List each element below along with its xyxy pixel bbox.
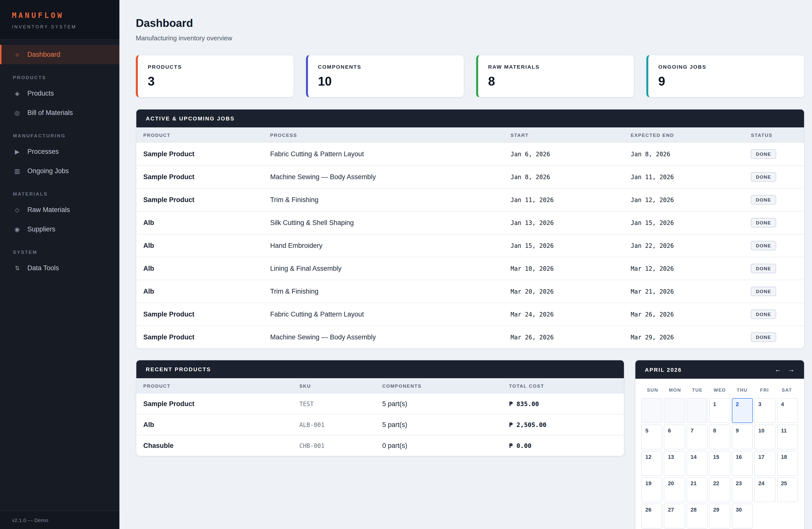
jobs-table-row[interactable]: Alb Trim & Finishing Mar 20, 2026 Mar 21…	[136, 280, 804, 303]
job-expected-end-date: Mar 21, 2026	[624, 280, 744, 303]
status-badge: DONE	[751, 310, 776, 319]
calendar-next-icon[interactable]: →	[788, 366, 795, 373]
calendar-prev-icon[interactable]: ←	[775, 366, 781, 373]
jobs-table-row[interactable]: Sample Product Machine Sewing — Body Ass…	[136, 326, 804, 348]
calendar-day[interactable]: 19	[641, 477, 663, 502]
job-product: Alb	[136, 257, 263, 280]
calendar-day[interactable]: 25	[777, 477, 798, 502]
calendar-day[interactable]: 5	[641, 425, 663, 449]
calendar-day[interactable]: 20	[664, 477, 685, 502]
calendar-day[interactable]: 7	[686, 425, 708, 449]
nav-section-label: PRODUCTS	[13, 75, 119, 80]
stat-value: 8	[488, 74, 624, 89]
recent-table-header-row: PRODUCTSKUCOMPONENTSTOTAL COST	[136, 378, 624, 394]
calendar-day[interactable]: 23	[731, 477, 753, 502]
stat-label: COMPONENTS	[318, 64, 454, 70]
stat-card-products: PRODUCTS3	[136, 55, 294, 98]
calendar-day[interactable]: 12	[641, 451, 663, 476]
calendar-grid: 1234567891011121314151617181920212223242…	[641, 398, 798, 529]
calendar-day[interactable]: 3	[754, 398, 775, 423]
jobs-table-row[interactable]: Sample Product Fabric Cutting & Pattern …	[136, 143, 804, 166]
jobs-table-row[interactable]: Alb Silk Cutting & Shell Shaping Jan 13,…	[136, 211, 804, 234]
sidebar-item-raw-materials[interactable]: ◇Raw Materials	[0, 200, 119, 219]
recent-product-row[interactable]: Sample Product TEST 5 part(s) ₱ 835.00	[136, 394, 624, 414]
recent-product-name: Sample Product	[136, 394, 292, 414]
bill-of-materials-icon: ◎	[13, 109, 21, 116]
calendar-day[interactable]: 16	[731, 451, 753, 476]
stats-row: PRODUCTS3COMPONENTS10RAW MATERIALS8ONGOI…	[136, 55, 804, 98]
calendar-day[interactable]: 6	[664, 425, 685, 449]
job-expected-end-date: Jan 12, 2026	[624, 188, 744, 211]
calendar-day[interactable]: 18	[777, 451, 798, 476]
calendar-day[interactable]: 29	[709, 504, 730, 529]
calendar-day[interactable]: 11	[777, 425, 798, 449]
calendar-day[interactable]: 22	[709, 477, 730, 502]
calendar-day[interactable]: 26	[641, 504, 663, 529]
stat-value: 3	[148, 74, 284, 89]
calendar-day[interactable]: 1	[709, 398, 730, 423]
column-header-product: PRODUCT	[136, 127, 263, 143]
sidebar-item-suppliers[interactable]: ◉Suppliers	[0, 219, 119, 239]
calendar-day[interactable]: 15	[709, 451, 730, 476]
recent-product-row[interactable]: Chasuble CHB-001 0 part(s) ₱ 0.00	[136, 435, 624, 456]
data-tools-icon: ⇅	[13, 264, 21, 271]
calendar-day[interactable]: 13	[664, 451, 685, 476]
column-header-total-cost: TOTAL COST	[502, 378, 624, 394]
jobs-table-row[interactable]: Alb Lining & Final Assembly Mar 10, 2026…	[136, 257, 804, 280]
column-header-sku: SKU	[292, 378, 375, 394]
bottom-row: RECENT PRODUCTS PRODUCTSKUCOMPONENTSTOTA…	[136, 360, 804, 529]
jobs-table-row[interactable]: Sample Product Fabric Cutting & Pattern …	[136, 303, 804, 326]
calendar-day[interactable]: 24	[754, 477, 775, 502]
dashboard-icon: ○	[13, 51, 21, 58]
calendar-day[interactable]: 30	[731, 504, 753, 529]
job-status-cell: DONE	[744, 303, 804, 326]
stat-value: 9	[658, 74, 794, 89]
job-start-date: Jan 8, 2026	[504, 166, 624, 188]
ongoing-jobs-icon: ▥	[13, 168, 21, 174]
job-expected-end-date: Mar 26, 2026	[624, 303, 744, 326]
calendar-day[interactable]: 14	[686, 451, 708, 476]
job-product: Alb	[136, 280, 263, 303]
sidebar-nav: ○DashboardPRODUCTS◈Products◎Bill of Mate…	[0, 40, 119, 278]
sidebar-item-label: Suppliers	[27, 226, 56, 233]
sidebar-item-processes[interactable]: ▶Processes	[0, 142, 119, 161]
calendar-day[interactable]: 28	[686, 504, 708, 529]
calendar-weekday-label: WED	[709, 384, 731, 396]
stat-label: RAW MATERIALS	[488, 64, 624, 70]
calendar-blank-cell	[754, 504, 775, 529]
jobs-table-row[interactable]: Sample Product Machine Sewing — Body Ass…	[136, 166, 804, 188]
calendar-day[interactable]: 21	[686, 477, 708, 502]
sidebar-item-dashboard[interactable]: ○Dashboard	[0, 45, 119, 64]
job-status-cell: DONE	[744, 211, 804, 234]
jobs-table-row[interactable]: Alb Hand Embroidery Jan 15, 2026 Jan 22,…	[136, 234, 804, 257]
calendar-weekday-label: TUE	[686, 384, 709, 396]
column-header-expected-end: EXPECTED END	[624, 127, 744, 143]
calendar-day[interactable]: 8	[709, 425, 730, 449]
recent-product-row[interactable]: Alb ALB-001 5 part(s) ₱ 2,505.00	[136, 414, 624, 435]
column-header-process: PROCESS	[263, 127, 504, 143]
job-product: Sample Product	[136, 188, 263, 211]
sidebar-item-bill-of-materials[interactable]: ◎Bill of Materials	[0, 103, 119, 123]
calendar-weekday-row: SUNMONTUEWEDTHUFRISAT	[641, 384, 798, 396]
sidebar-item-data-tools[interactable]: ⇅Data Tools	[0, 258, 119, 278]
recent-product-sku: ALB-001	[292, 414, 375, 435]
job-start-date: Mar 24, 2026	[504, 303, 624, 326]
calendar-day[interactable]: 10	[754, 425, 775, 449]
job-expected-end-date: Jan 22, 2026	[624, 234, 744, 257]
page-subtitle: Manufacturing inventory overview	[136, 34, 804, 42]
calendar-day[interactable]: 27	[664, 504, 685, 529]
calendar-day-selected[interactable]: 2	[731, 398, 753, 423]
calendar-day[interactable]: 9	[731, 425, 753, 449]
calendar-day[interactable]: 4	[777, 398, 798, 423]
nav-section-label: SYSTEM	[13, 249, 119, 255]
recent-panel-title: RECENT PRODUCTS	[136, 360, 624, 378]
job-expected-end-date: Jan 8, 2026	[624, 143, 744, 166]
app-logo-subtitle: INVENTORY SYSTEM	[12, 24, 107, 29]
sidebar-item-products[interactable]: ◈Products	[0, 84, 119, 103]
job-status-cell: DONE	[744, 166, 804, 188]
sidebar-item-ongoing-jobs[interactable]: ▥Ongoing Jobs	[0, 161, 119, 181]
recent-product-components: 0 part(s)	[375, 435, 502, 456]
jobs-table-row[interactable]: Sample Product Trim & Finishing Jan 11, …	[136, 188, 804, 211]
calendar-empty-cell	[686, 398, 708, 423]
calendar-day[interactable]: 17	[754, 451, 775, 476]
